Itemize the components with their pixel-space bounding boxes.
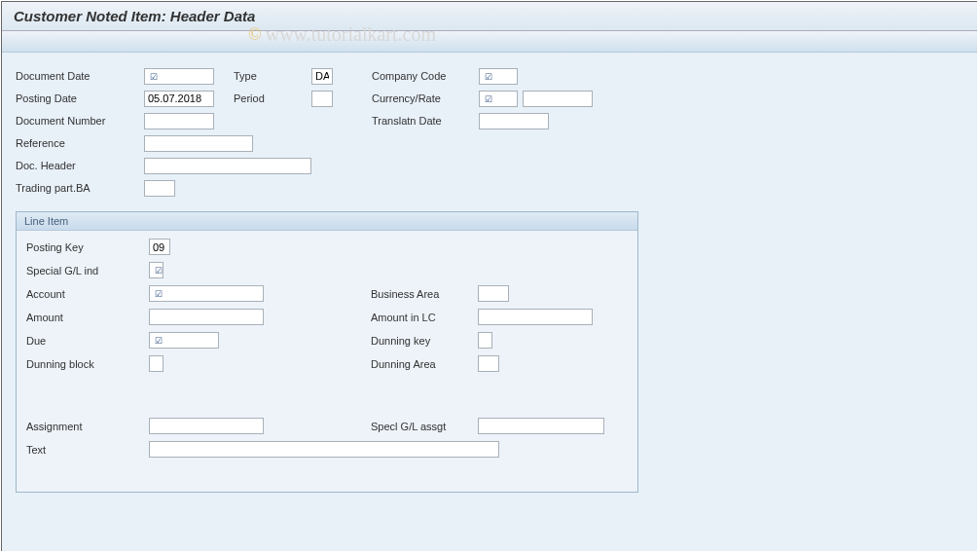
toolbar	[2, 31, 977, 53]
posting-date-label: Posting Date	[16, 92, 144, 104]
line-item-group-title: Line Item	[17, 212, 637, 231]
doc-header-label: Doc. Header	[16, 160, 144, 171]
translatn-date-label: Translatn Date	[372, 115, 479, 127]
reference-input[interactable]	[144, 135, 253, 152]
amount-in-lc-input[interactable]	[478, 309, 593, 325]
currency-rate-label: Currency/Rate	[372, 92, 479, 104]
period-input[interactable]	[311, 91, 333, 107]
document-date-input[interactable]	[144, 68, 214, 85]
due-input[interactable]	[149, 332, 219, 349]
amount-label: Amount	[26, 312, 149, 323]
dunning-key-input[interactable]	[478, 332, 492, 349]
amount-in-lc-label: Amount in LC	[371, 312, 478, 323]
posting-key-input[interactable]	[149, 239, 170, 255]
assignment-label: Assignment	[26, 421, 149, 432]
type-input[interactable]	[311, 68, 333, 85]
dunning-area-label: Dunning Area	[371, 358, 478, 370]
amount-input[interactable]	[149, 309, 264, 325]
document-date-label: Document Date	[16, 70, 144, 82]
currency-rate-input[interactable]	[479, 91, 518, 107]
account-input[interactable]	[149, 285, 264, 302]
document-number-input[interactable]	[144, 113, 214, 129]
dunning-block-label: Dunning block	[26, 358, 149, 370]
currency-rate-input-2[interactable]	[523, 91, 593, 107]
dunning-area-input[interactable]	[478, 355, 499, 372]
trading-part-ba-input[interactable]	[144, 180, 175, 197]
special-gl-ind-input[interactable]	[149, 262, 163, 278]
document-number-label: Document Number	[16, 115, 144, 127]
text-label: Text	[26, 444, 149, 456]
type-label: Type	[234, 70, 311, 82]
special-gl-ind-label: Special G/L ind	[26, 265, 149, 276]
line-item-group: Line Item Posting Key Special G/L ind ☑ …	[16, 211, 638, 493]
dunning-key-label: Dunning key	[371, 335, 478, 347]
account-label: Account	[26, 288, 149, 300]
company-code-input[interactable]	[479, 68, 518, 85]
dunning-block-input[interactable]	[149, 355, 163, 372]
assignment-input[interactable]	[149, 418, 264, 434]
specl-gl-assgt-input[interactable]	[478, 418, 604, 434]
posting-key-label: Posting Key	[26, 241, 149, 253]
translatn-date-input[interactable]	[479, 113, 549, 129]
text-input[interactable]	[149, 441, 499, 458]
doc-header-input[interactable]	[144, 158, 311, 174]
period-label: Period	[234, 92, 311, 104]
page-title: Customer Noted Item: Header Data	[2, 2, 977, 31]
trading-part-ba-label: Trading part.BA	[16, 182, 144, 194]
specl-gl-assgt-label: Specl G/L assgt	[371, 421, 478, 432]
company-code-label: Company Code	[372, 70, 479, 82]
due-label: Due	[26, 335, 149, 347]
window-frame: Customer Noted Item: Header Data Documen…	[1, 1, 977, 551]
business-area-input[interactable]	[478, 285, 509, 302]
reference-label: Reference	[16, 137, 144, 149]
posting-date-input[interactable]	[144, 91, 214, 107]
business-area-label: Business Area	[371, 288, 478, 300]
content-area: Document Date ☑ Type Company Code ☑ Post…	[2, 53, 977, 551]
